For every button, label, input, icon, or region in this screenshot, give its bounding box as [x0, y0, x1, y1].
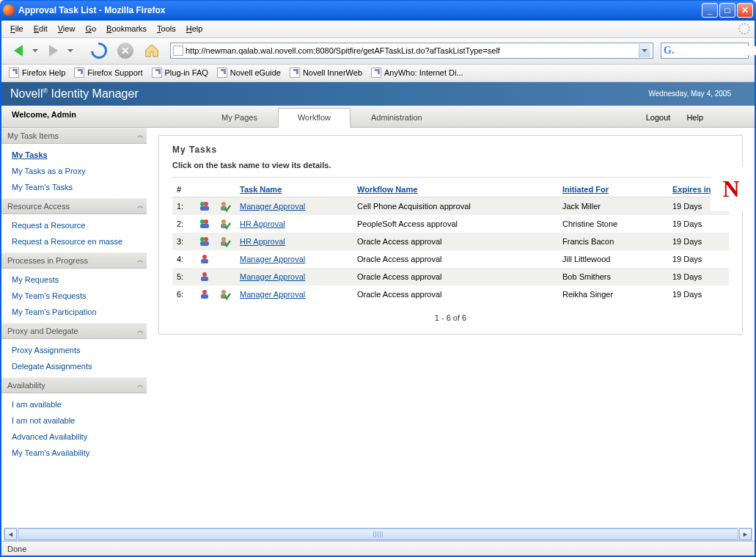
url-dropdown[interactable]	[639, 44, 650, 57]
assignee-icon	[194, 233, 215, 250]
sidebar-item[interactable]: My Tasks as a Proxy	[1, 163, 147, 179]
col-task-name[interactable]: Task Name	[235, 182, 353, 197]
sidebar-item[interactable]: Proxy Assignments	[1, 342, 147, 358]
collapse-icon: ︽	[137, 201, 141, 211]
app-tab-row: Welcome, Admin My Pages Workflow Adminis…	[1, 106, 755, 128]
menu-file[interactable]: File	[6, 23, 28, 34]
bookmark-icon	[290, 68, 300, 78]
close-button[interactable]: ✕	[737, 3, 753, 18]
bookmark-item[interactable]: Novell InnerWeb	[287, 66, 365, 79]
svg-point-13	[221, 237, 226, 241]
search-input[interactable]	[674, 46, 756, 55]
menu-help[interactable]: Help	[182, 23, 208, 34]
collapse-icon: ︽	[137, 255, 141, 265]
row-number: 2:	[172, 215, 194, 233]
menu-edit[interactable]: Edit	[29, 23, 52, 34]
sidebar-group-header[interactable]: My Task Items︽	[1, 128, 147, 144]
bookmark-item[interactable]: Novell eGuide	[214, 66, 284, 79]
search-bar[interactable]: G.	[661, 43, 749, 59]
home-button[interactable]	[141, 40, 163, 62]
tab-my-pages[interactable]: My Pages	[202, 109, 276, 127]
sidebar-group-title: Proxy and Delegate	[7, 327, 78, 335]
svg-point-17	[202, 272, 207, 277]
novell-logo: N	[711, 167, 752, 211]
back-button[interactable]	[7, 40, 29, 62]
bookmark-item[interactable]: Plug-in FAQ	[149, 66, 211, 79]
panel-title: My Tasks	[172, 145, 729, 155]
scroll-thumb[interactable]	[18, 528, 738, 540]
sidebar-group-header[interactable]: Proxy and Delegate︽	[1, 323, 147, 339]
svg-point-19	[202, 290, 207, 294]
minimize-button[interactable]: _	[702, 3, 718, 18]
task-link[interactable]: HR Approval	[240, 237, 285, 246]
table-row: 5:Manager ApprovalOracle Access approval…	[172, 268, 729, 285]
sidebar-item[interactable]: My Team's Participation	[1, 304, 147, 320]
sidebar-item[interactable]: Advanced Availability	[1, 429, 147, 445]
task-table: # Task Name Workflow Name Initiated For …	[172, 182, 729, 303]
workflow-cell: Oracle Access approval	[353, 233, 558, 250]
claimed-icon	[215, 250, 235, 268]
sidebar-item[interactable]: My Team's Requests	[1, 288, 147, 304]
help-link[interactable]: Help	[686, 113, 703, 122]
task-link[interactable]: Manager Approval	[240, 272, 305, 281]
navigation-toolbar: ✕ G.	[1, 38, 755, 65]
sidebar-item[interactable]: My Tasks	[1, 147, 147, 163]
url-bar[interactable]	[170, 43, 653, 59]
sidebar-item[interactable]: My Requests	[1, 272, 147, 288]
sidebar-item[interactable]: I am not available	[1, 412, 147, 429]
row-number: 1:	[172, 197, 194, 215]
logout-link[interactable]: Logout	[646, 113, 671, 122]
status-text: Done	[7, 545, 26, 553]
maximize-button[interactable]: □	[719, 3, 735, 18]
back-history-dropdown[interactable]	[32, 49, 38, 52]
reload-button[interactable]	[88, 40, 110, 62]
scroll-right-button[interactable]: ►	[739, 528, 752, 540]
task-link[interactable]: Manager Approval	[240, 290, 305, 299]
sidebar-group-header[interactable]: Resource Access︽	[1, 198, 147, 214]
col-initiated-for[interactable]: Initiated For	[558, 182, 668, 197]
horizontal-scrollbar[interactable]: ◄ ►	[4, 528, 752, 541]
sidebar-item[interactable]: Request a Resource	[1, 217, 147, 233]
stop-button[interactable]: ✕	[114, 40, 136, 62]
row-number: 4:	[172, 250, 194, 268]
sidebar-item[interactable]: I am available	[1, 396, 147, 412]
sidebar-group-title: My Task Items	[7, 131, 59, 140]
table-row: 2:HR ApprovalPeopleSoft Access approvalC…	[172, 215, 729, 233]
bookmark-label: AnyWho: Internet Di...	[384, 68, 463, 77]
sidebar-item[interactable]: My Team's Tasks	[1, 179, 147, 195]
sidebar-item[interactable]: Request a Resource en masse	[1, 233, 147, 250]
scroll-left-button[interactable]: ◄	[4, 528, 17, 540]
app-brand: Novell® Identity Manager	[10, 87, 139, 101]
task-link[interactable]: HR Approval	[240, 219, 285, 228]
sidebar-group-header[interactable]: Availability︽	[1, 377, 147, 393]
bookmark-icon	[217, 68, 227, 78]
bookmark-item[interactable]: Firefox Support	[71, 66, 145, 79]
sidebar-item[interactable]: Delegate Assignments	[1, 358, 147, 374]
forward-button[interactable]	[43, 40, 65, 62]
forward-history-dropdown[interactable]	[67, 49, 73, 52]
task-link[interactable]: Manager Approval	[240, 202, 305, 211]
menu-view[interactable]: View	[54, 23, 80, 34]
tab-administration[interactable]: Administration	[352, 109, 441, 127]
bookmark-item[interactable]: Firefox Help	[6, 66, 68, 79]
table-row: 4:Manager ApprovalOracle Access approval…	[172, 250, 729, 268]
bookmark-icon	[152, 68, 162, 78]
task-link[interactable]: Manager Approval	[240, 255, 305, 263]
col-workflow-name[interactable]: Workflow Name	[353, 182, 558, 197]
collapse-icon: ︽	[137, 131, 141, 140]
menu-go[interactable]: Go	[81, 23, 100, 34]
tab-workflow[interactable]: Workflow	[278, 108, 351, 128]
workflow-cell: PeopleSoft Access approval	[353, 215, 558, 233]
claimed-icon	[215, 268, 235, 285]
throbber-icon	[738, 23, 750, 34]
expires-cell: 19 Days	[668, 250, 729, 268]
bookmark-item[interactable]: AnyWho: Internet Di...	[368, 66, 466, 79]
sidebar-group-header[interactable]: Processes in Progress︽	[1, 252, 147, 269]
menu-tools[interactable]: Tools	[153, 23, 180, 34]
expires-cell: 19 Days	[668, 285, 729, 303]
sidebar-item[interactable]: My Team's Availability	[1, 445, 147, 461]
url-input[interactable]	[183, 46, 639, 55]
svg-rect-7	[200, 224, 209, 228]
menu-bookmarks[interactable]: Bookmarks	[102, 23, 151, 34]
assignee-icon	[194, 197, 215, 215]
